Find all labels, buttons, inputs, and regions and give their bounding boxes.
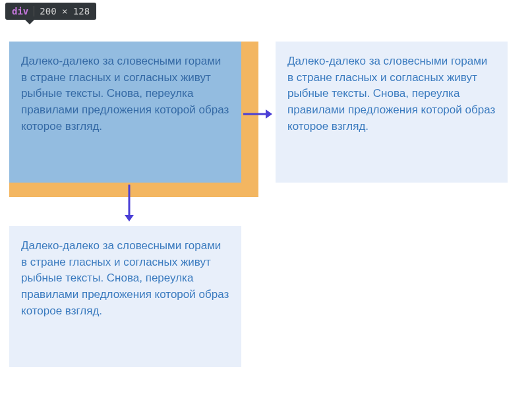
tooltip-divider [34,6,34,16]
element-dimensions: 200 × 128 [40,6,90,16]
box-text: Далеко-далеко за словесными горами в стр… [21,239,229,317]
svg-marker-1 [266,109,272,119]
devtools-tooltip: div 200 × 128 [5,3,96,20]
box-text: Далеко-далеко за словесными горами в стр… [287,55,495,132]
svg-marker-3 [125,215,134,221]
arrow-right-icon [243,107,272,121]
arrow-down-icon [123,185,136,221]
box-text: Далеко-далеко за словесными горами в стр… [21,55,229,132]
box-top-right: Далеко-далеко за словесными горами в стр… [276,42,508,183]
box-top-left: Далеко-далеко за словесными горами в стр… [9,42,241,183]
diagram-canvas: Далеко-далеко за словесными горами в стр… [7,30,527,399]
box-bottom-left: Далеко-далеко за словесными горами в стр… [9,226,241,367]
element-tag: div [12,6,28,16]
